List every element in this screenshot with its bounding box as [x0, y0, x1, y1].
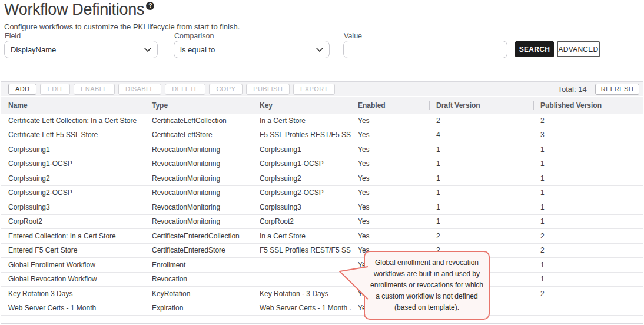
toolbar-button-export: EXPORT	[293, 84, 335, 95]
total-count: Total: 14	[557, 85, 586, 94]
table-row[interactable]: CorpIssuing3RevocationMonitoringCorpIssu…	[1, 200, 643, 215]
cell-draft: 1	[429, 145, 533, 154]
table-row[interactable]: CorpIssuing1RevocationMonitoringCorpIssu…	[1, 142, 643, 157]
callout-tail-icon	[338, 265, 369, 301]
comparison-select-value: is equal to	[180, 45, 215, 54]
help-icon[interactable]: ?	[146, 2, 154, 10]
cell-type: RevocationMonitoring	[145, 145, 253, 154]
column-header-enabled[interactable]: Enabled	[351, 97, 429, 114]
page-title: Workflow Definitions?	[4, 1, 154, 19]
cell-key: In a Cert Store	[253, 232, 351, 240]
cell-type: CertificateLeftStore	[145, 131, 253, 139]
table-header-row: NameTypeKeyEnabledDraft VersionPublished…	[1, 97, 643, 114]
advanced-button[interactable]: ADVANCED	[557, 41, 600, 57]
table-row[interactable]: Global Revocation WorkflowRevocationYes1	[1, 273, 643, 287]
cell-key: CorpRoot2	[253, 217, 351, 225]
cell-name: Web Server Certs - 1 Month	[1, 304, 145, 312]
cell-enabled: Yes	[351, 203, 429, 211]
comparison-select[interactable]: is equal to	[174, 41, 330, 58]
toolbar-button-enable: ENABLE	[74, 84, 115, 95]
cell-published: 1	[533, 188, 643, 197]
toolbar-button-copy: COPY	[209, 84, 243, 95]
table-row[interactable]: Key Rotation 3 DaysKeyRotationKey Rotati…	[1, 287, 643, 301]
cell-enabled: Yes	[351, 174, 429, 183]
column-header-name[interactable]: Name	[1, 97, 145, 114]
page-subtitle: Configure workflows to customize the PKI…	[4, 22, 240, 31]
cell-enabled: Yes	[351, 188, 429, 197]
table-row[interactable]: Entered F5 Cert StoreCertificateEnteredS…	[1, 244, 643, 258]
cell-type: Expiration	[145, 304, 253, 312]
table-row[interactable]: Entered Collection: In a Cert StoreCerti…	[1, 229, 643, 244]
cell-type: CertificateEnteredStore	[145, 246, 253, 254]
table-row[interactable]: CorpIssuing1-OCSPRevocationMonitoringCor…	[1, 157, 643, 172]
cell-name: CorpIssuing2	[1, 174, 145, 183]
cell-type: RevocationMonitoring	[145, 203, 253, 211]
toolbar-button-add[interactable]: ADD	[8, 84, 36, 95]
cell-draft: 2	[429, 232, 533, 240]
toolbar-button-delete: DELETE	[165, 84, 205, 95]
cell-name: Entered Collection: In a Cert Store	[1, 232, 145, 240]
cell-name: Global Enrollment Workflow	[1, 261, 145, 269]
table-row[interactable]: CorpIssuing2RevocationMonitoringCorpIssu…	[1, 171, 643, 186]
cell-draft: 1	[429, 160, 533, 168]
field-select[interactable]: DisplayName	[4, 41, 158, 58]
table-row[interactable]: Web Server Certs - 1 MonthExpirationWeb …	[1, 301, 643, 316]
column-header-draft-version[interactable]: Draft Version	[429, 97, 533, 114]
cell-published: 2	[533, 117, 643, 125]
cell-key: Web Server Certs - 1 Month ...	[253, 304, 351, 312]
cell-draft: 1	[429, 217, 533, 225]
cell-type: CertificateEnteredCollection	[145, 232, 253, 240]
search-button[interactable]: SEARCH	[515, 41, 554, 57]
toolbar-right: Total: 14 REFRESH	[557, 84, 639, 95]
table-row[interactable]: CorpIssuing2-OCSPRevocationMonitoringCor…	[1, 186, 643, 201]
table-toolbar: ADDEDITENABLEDISABLEDELETECOPYPUBLISHEXP…	[1, 82, 643, 97]
cell-name: Certificate Left Collection: In a Cert S…	[1, 117, 145, 125]
cell-type: RevocationMonitoring	[145, 174, 253, 183]
cell-enabled: Yes	[351, 232, 429, 240]
table-row[interactable]: CorpRoot2RevocationMonitoringCorpRoot2Ye…	[1, 215, 643, 230]
cell-name: Key Rotation 3 Days	[1, 290, 145, 298]
cell-name: CorpIssuing2-OCSP	[1, 188, 145, 197]
cell-draft: 1	[429, 174, 533, 183]
cell-published: 1	[533, 160, 643, 168]
cell-enabled: Yes	[351, 160, 429, 168]
cell-published: 1	[533, 203, 643, 211]
cell-name: CorpIssuing1	[1, 145, 145, 154]
cell-published: 1	[533, 261, 643, 269]
cell-type: CertificateLeftCollection	[145, 117, 253, 125]
table-body: Certificate Left Collection: In a Cert S…	[1, 114, 643, 316]
cell-type: KeyRotation	[145, 290, 253, 298]
cell-published: 1	[533, 217, 643, 225]
cell-type: RevocationMonitoring	[145, 217, 253, 225]
cell-name: Global Revocation Workflow	[1, 275, 145, 283]
cell-enabled: Yes	[351, 145, 429, 154]
field-select-value: DisplayName	[11, 45, 56, 54]
value-input[interactable]	[343, 41, 507, 58]
comparison-label: Comparison	[174, 32, 214, 40]
refresh-button[interactable]: REFRESH	[595, 84, 639, 95]
cell-key: CorpIssuing1	[253, 145, 351, 154]
annotation-callout: Global enrollment and revocation workflo…	[364, 251, 490, 320]
cell-name: CorpIssuing1-OCSP	[1, 160, 145, 168]
column-header-published-version[interactable]: Published Version	[533, 97, 643, 114]
cell-name: Entered F5 Cert Store	[1, 246, 145, 254]
column-header-type[interactable]: Type	[145, 97, 253, 114]
table-row[interactable]: Certificate Left F5 SSL StoreCertificate…	[1, 128, 643, 143]
value-label: Value	[344, 32, 362, 40]
cell-key: CorpIssuing1-OCSP	[253, 160, 351, 168]
cell-key: Key Rotation - 3 Days	[253, 290, 351, 298]
toolbar-buttons: ADDEDITENABLEDISABLEDELETECOPYPUBLISHEXP…	[5, 84, 335, 95]
toolbar-button-edit: EDIT	[40, 84, 70, 95]
cell-name: CorpRoot2	[1, 217, 145, 225]
cell-type: RevocationMonitoring	[145, 188, 253, 197]
cell-key: F5 SSL Profiles REST/F5 SSL	[253, 246, 351, 254]
cell-key: CorpIssuing2	[253, 174, 351, 183]
page-title-text: Workflow Definitions	[4, 1, 144, 18]
column-header-key[interactable]: Key	[253, 97, 351, 114]
table-row[interactable]: Certificate Left Collection: In a Cert S…	[1, 114, 643, 128]
cell-published: 2	[533, 246, 643, 254]
cell-enabled: Yes	[351, 131, 429, 139]
field-label: Field	[5, 32, 21, 40]
table-row[interactable]: Global Enrollment WorkflowEnrollmentYes1	[1, 258, 643, 273]
cell-enabled: Yes	[351, 117, 429, 125]
